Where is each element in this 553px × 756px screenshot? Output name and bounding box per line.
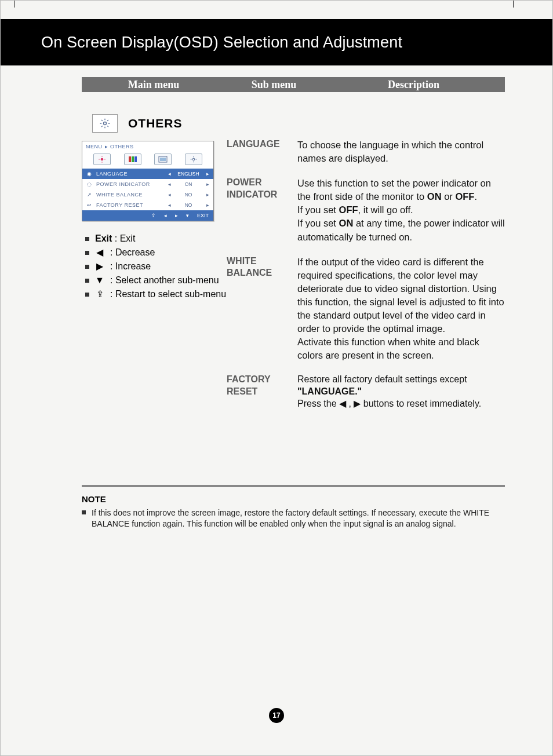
text: , it will go off. [358,204,413,215]
osd-tab-brightness[interactable] [93,154,111,165]
row-white-balance: WHITE BALANCE If the output of the video… [227,255,505,363]
note-title: NOTE [82,494,505,504]
osd-breadcrumb: MENU ▸ OTHERS [82,141,213,152]
text: or [442,191,456,202]
text: Activate this function when white and bl… [297,337,479,360]
osd-row-language[interactable]: ◉ LANGUAGE ◂ ENGLISH ▸ [82,169,213,179]
osd-tab-others[interactable] [185,154,202,165]
submenu-label: POWER INDICATOR [227,177,297,243]
section-header: OTHERS [92,114,505,133]
triangle-left-icon: ◀ [339,399,346,408]
breadcrumb-current: OTHERS [110,144,134,149]
svg-rect-6 [160,158,166,161]
return-icon: ↩ [86,202,93,208]
up-return-icon: ⇪ [95,287,104,301]
osd-row-value: ENGLISH [175,171,202,177]
col-main: Main menu [84,79,223,91]
triangle-right-icon: ▶ [95,260,104,273]
osd-tabs [82,152,213,169]
triangle-right-icon[interactable]: ▸ [205,171,210,177]
submenu-label: FACTORY RESET [227,374,297,410]
triangle-right-icon[interactable]: ▸ [205,202,210,208]
bullet-icon [85,251,89,255]
triangle-left-icon: ◀ [95,246,104,260]
osd-tab-color[interactable] [124,154,141,165]
svg-rect-3 [132,156,134,162]
page-frame: On Screen Display(OSD) Selection and Adj… [0,0,553,756]
col-desc: Description [325,79,503,91]
bullet-icon [85,237,89,241]
svg-point-7 [192,158,195,160]
bullet-icon [85,265,89,269]
svg-rect-4 [134,156,137,162]
osd-row-value: ON [175,181,202,187]
legend-val: : Increase [110,260,151,273]
text: If the output of the video card is diffe… [297,257,504,334]
osd-nav-bar: ⇪ ◂ ▸ ▾ EXIT [82,210,213,221]
bold-off: OFF [455,191,474,202]
text: , [346,399,354,408]
description-text: Use this function to set the power indic… [297,177,505,243]
text: If you set [297,204,339,215]
bold-off: OFF [339,204,358,215]
triangle-left-icon[interactable]: ◂ [167,192,172,198]
triangle-left-icon[interactable]: ◂ [167,171,172,177]
osd-row-label: LANGUAGE [96,171,163,177]
curve-icon: ↗ [86,192,93,198]
osd-row-label: FACTORY RESET [96,202,163,208]
osd-row-factory-reset[interactable]: ↩ FACTORY RESET ◂ NO ▸ [82,200,213,210]
globe-icon: ◉ [86,171,93,177]
bold-on: ON [427,191,442,202]
triangle-left-icon[interactable]: ◂ [167,202,172,208]
row-factory-reset: FACTORY RESET Restore all factory defaul… [227,374,505,410]
page-title-bar: On Screen Display(OSD) Selection and Adj… [41,28,402,56]
text: . [474,191,477,202]
bullet-icon [85,293,89,297]
col-sub: Sub menu [223,79,325,91]
text: Restore all factory default settings exc… [297,374,467,384]
description-text: Restore all factory default settings exc… [297,374,505,410]
triangle-down-icon[interactable]: ▾ [186,213,189,218]
page-number: 17 [269,708,284,723]
osd-row-value: NO [175,192,202,198]
triangle-right-icon: ▸ [105,144,108,149]
osd-row-value: NO [175,202,202,208]
row-language: LANGUAGE To choose the language in which… [227,138,505,165]
text: Press the [297,399,339,408]
text: buttons to reset immediately. [361,399,481,408]
row-power-indicator: POWER INDICATOR Use this function to set… [227,177,505,243]
section-label: OTHERS [128,116,183,130]
osd-panel: MENU ▸ OTHERS ◉ LANGUAGE ◂ ENGLISH ▸ [82,141,214,221]
page-title: On Screen Display(OSD) Selection and Adj… [41,34,402,52]
legend-val: : Restart to select sub-menu [110,287,226,301]
note-text: If this does not improve the screen imag… [92,507,505,529]
text: If you set [297,218,339,228]
osd-tab-screen[interactable] [154,154,172,165]
osd-row-power-indicator[interactable]: ◌ POWER INDICATOR ◂ ON ▸ [82,179,213,189]
breadcrumb-menu: MENU [86,144,103,149]
up-return-icon[interactable]: ⇪ [151,213,156,218]
triangle-right-icon[interactable]: ▸ [205,192,210,198]
bold-on: ON [339,218,354,228]
osd-row-label: POWER INDICATOR [96,181,163,187]
column-header-row: Main menu Sub menu Description [82,77,505,92]
osd-row-white-balance[interactable]: ↗ WHITE BALANCE ◂ NO ▸ [82,189,213,200]
osd-list: ◉ LANGUAGE ◂ ENGLISH ▸ ◌ POWER INDICATOR… [82,169,213,210]
nav-exit[interactable]: EXIT [197,213,209,218]
bold-language: "LANGUAGE." [297,386,362,396]
submenu-label: LANGUAGE [227,138,297,165]
svg-rect-2 [129,156,131,162]
triangle-left-icon[interactable]: ◂ [167,181,172,187]
legend-val: : Exit [115,233,136,243]
svg-point-0 [104,122,107,125]
osd-row-label: WHITE BALANCE [96,192,163,198]
lamp-icon: ◌ [86,181,93,187]
triangle-left-icon[interactable]: ◂ [164,213,167,218]
descriptions: LANGUAGE To choose the language in which… [227,138,505,422]
note-body: If this does not improve the screen imag… [82,507,505,529]
legend-val: : Decrease [110,246,155,260]
triangle-right-icon[interactable]: ▸ [205,181,210,187]
description-text: If the output of the video card is diffe… [297,255,505,363]
triangle-right-icon[interactable]: ▸ [175,213,178,218]
triangle-down-icon: ▼ [95,273,104,287]
